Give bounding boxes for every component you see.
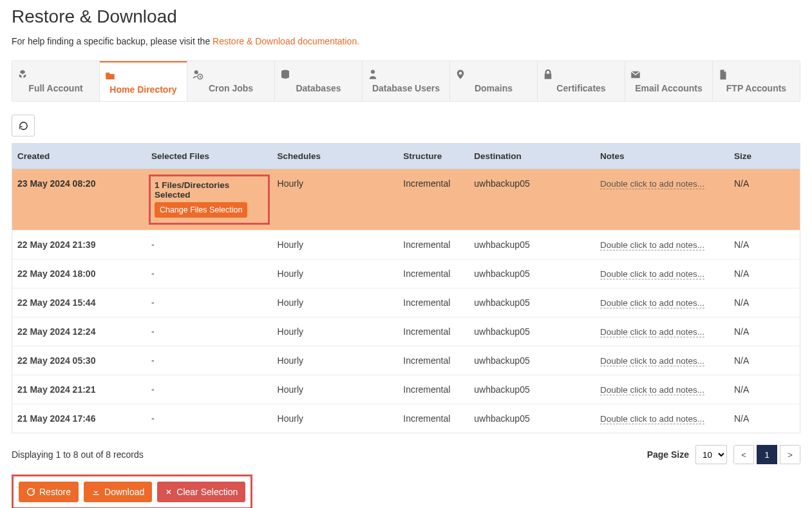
clear-selection-button[interactable]: Clear Selection	[157, 482, 245, 502]
page-1-button[interactable]: 1	[757, 445, 777, 464]
table-header-row: Created Selected Files Schedules Structu…	[12, 144, 800, 169]
refresh-icon	[19, 121, 28, 131]
download-button[interactable]: Download	[84, 482, 152, 502]
cell-size: N/A	[729, 375, 800, 404]
table-row[interactable]: 22 May 2024 21:39-HourlyIncrementaluwhba…	[12, 230, 800, 259]
cell-selected: -	[146, 346, 272, 375]
cell-selected: -	[146, 230, 272, 259]
user-clock-icon	[191, 69, 270, 80]
selected-files-empty: -	[151, 240, 155, 250]
cell-notes[interactable]: Double click to add notes...	[595, 230, 729, 259]
cell-notes[interactable]: Double click to add notes...	[595, 404, 729, 433]
page-prev-button[interactable]: <	[733, 445, 754, 464]
page-size-select[interactable]: 10	[695, 445, 727, 464]
cell-destination: uwhbackup05	[469, 404, 595, 433]
cell-created: 23 May 2024 08:20	[12, 169, 146, 230]
cell-size: N/A	[729, 404, 800, 433]
cell-schedules: Hourly	[272, 259, 399, 288]
help-link[interactable]: Restore & Download documentation.	[212, 36, 359, 46]
col-destination[interactable]: Destination	[469, 144, 595, 169]
cell-destination: uwhbackup05	[469, 346, 595, 375]
cell-selected: -	[146, 404, 272, 433]
selected-files-text: 1 Files/Directories Selected	[155, 179, 264, 202]
cell-structure: Incremental	[398, 404, 469, 433]
tab-label: Full Account	[28, 83, 82, 93]
clear-label: Clear Selection	[176, 487, 238, 497]
notes-placeholder[interactable]: Double click to add notes...	[600, 356, 704, 366]
cell-notes[interactable]: Double click to add notes...	[595, 375, 729, 404]
download-label: Download	[104, 487, 144, 497]
cubes-icon	[16, 69, 95, 80]
tab-ftp-accounts[interactable]: FTP Accounts	[713, 61, 800, 101]
restore-button[interactable]: Restore	[19, 482, 79, 502]
cell-structure: Incremental	[398, 288, 469, 317]
col-notes[interactable]: Notes	[595, 144, 729, 169]
database-icon	[279, 69, 358, 80]
notes-placeholder[interactable]: Double click to add notes...	[600, 385, 704, 395]
file-icon	[717, 69, 796, 80]
cell-structure: Incremental	[398, 230, 469, 259]
table-row[interactable]: 22 May 2024 05:30-HourlyIncrementaluwhba…	[12, 346, 800, 375]
selected-files-empty: -	[151, 413, 155, 424]
close-icon	[165, 488, 173, 496]
table-row[interactable]: 21 May 2024 17:46-HourlyIncrementaluwhba…	[12, 404, 800, 433]
cell-destination: uwhbackup05	[469, 288, 595, 317]
svg-point-3	[371, 70, 375, 74]
tab-email-accounts[interactable]: Email Accounts	[625, 61, 713, 101]
table-row[interactable]: 22 May 2024 12:24-HourlyIncrementaluwhba…	[12, 317, 800, 346]
tab-label: Database Users	[372, 83, 440, 93]
tab-label: Email Accounts	[635, 83, 703, 93]
tab-label: Domains	[475, 83, 513, 93]
change-files-button[interactable]: Change Files Selection	[155, 202, 248, 218]
tab-domains[interactable]: Domains	[450, 61, 538, 101]
col-created[interactable]: Created	[12, 144, 146, 169]
notes-placeholder[interactable]: Double click to add notes...	[600, 240, 704, 250]
tab-label: Databases	[296, 83, 341, 93]
cell-notes[interactable]: Double click to add notes...	[595, 317, 729, 346]
notes-placeholder[interactable]: Double click to add notes...	[600, 414, 704, 424]
tab-label: Certificates	[556, 83, 605, 93]
page-size-label: Page Size	[647, 449, 689, 460]
cell-notes[interactable]: Double click to add notes...	[595, 288, 729, 317]
col-schedules[interactable]: Schedules	[272, 144, 399, 169]
tab-label: Cron Jobs	[209, 83, 253, 93]
table-row[interactable]: 23 May 2024 08:201 Files/Directories Sel…	[12, 169, 800, 230]
cell-structure: Incremental	[398, 317, 469, 346]
tab-full-account[interactable]: Full Account	[12, 61, 100, 101]
table-row[interactable]: 21 May 2024 21:21-HourlyIncrementaluwhba…	[12, 375, 800, 404]
cell-structure: Incremental	[398, 259, 469, 288]
page-next-button[interactable]: >	[780, 445, 800, 464]
table-row[interactable]: 22 May 2024 18:00-HourlyIncrementaluwhba…	[12, 259, 800, 288]
cell-schedules: Hourly	[272, 169, 399, 230]
notes-placeholder[interactable]: Double click to add notes...	[600, 179, 704, 189]
tab-cron-jobs[interactable]: Cron Jobs	[187, 61, 275, 101]
tab-databases[interactable]: Databases	[275, 61, 363, 101]
col-structure[interactable]: Structure	[398, 144, 469, 169]
tab-home-directory[interactable]: Home Directory	[100, 61, 187, 101]
cell-notes[interactable]: Double click to add notes...	[595, 169, 729, 230]
map-marker-icon	[454, 69, 533, 80]
col-selected[interactable]: Selected Files	[146, 144, 272, 169]
selected-files-box: 1 Files/Directories SelectedChange Files…	[149, 174, 270, 225]
cell-notes[interactable]: Double click to add notes...	[595, 259, 729, 288]
user-tie-icon	[366, 69, 446, 80]
cell-notes[interactable]: Double click to add notes...	[595, 346, 729, 375]
notes-placeholder[interactable]: Double click to add notes...	[600, 269, 704, 279]
folder-icon	[104, 70, 183, 82]
tab-database-users[interactable]: Database Users	[363, 61, 450, 101]
cell-created: 21 May 2024 17:46	[12, 404, 146, 433]
notes-placeholder[interactable]: Double click to add notes...	[600, 298, 704, 308]
help-text: For help finding a specific backup, plea…	[12, 36, 800, 46]
cell-structure: Incremental	[398, 169, 469, 230]
selected-files-empty: -	[151, 384, 155, 395]
tab-certificates[interactable]: Certificates	[538, 61, 625, 101]
table-row[interactable]: 22 May 2024 15:44-HourlyIncrementaluwhba…	[12, 288, 800, 317]
refresh-button[interactable]	[12, 115, 35, 136]
col-size[interactable]: Size	[729, 144, 800, 169]
cell-created: 22 May 2024 21:39	[12, 230, 146, 259]
notes-placeholder[interactable]: Double click to add notes...	[600, 327, 704, 337]
actions-group: Restore Download Clear Selection	[12, 475, 252, 508]
cell-size: N/A	[729, 169, 800, 230]
svg-point-0	[194, 70, 198, 74]
cell-size: N/A	[729, 230, 800, 259]
